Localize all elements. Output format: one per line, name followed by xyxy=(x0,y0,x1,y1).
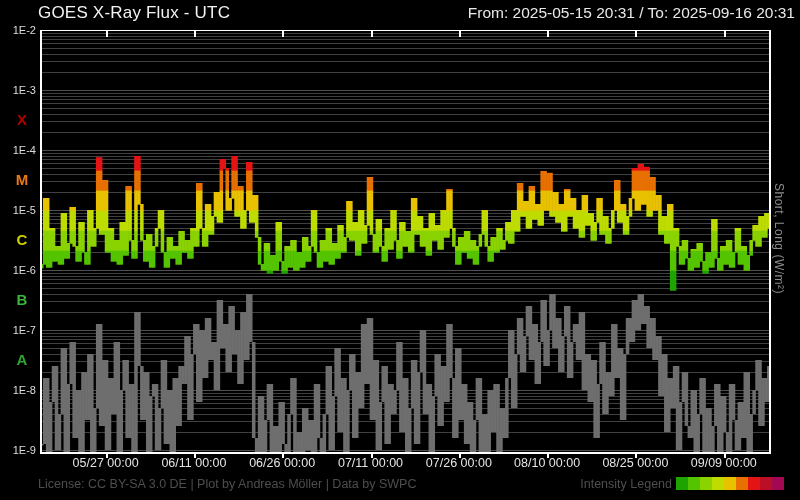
intensity-legend-swatch xyxy=(700,477,712,490)
class-label-m: M xyxy=(4,171,40,188)
x-tick-label: 05/27 00:00 xyxy=(61,456,151,470)
y-tick-label: 1E-3 xyxy=(0,84,36,96)
class-label-c: C xyxy=(4,231,40,248)
flux-chart-canvas xyxy=(0,0,800,500)
intensity-legend-swatch xyxy=(712,477,724,490)
x-tick-label: 06/26 00:00 xyxy=(237,456,327,470)
y-tick-label: 1E-8 xyxy=(0,384,36,396)
intensity-legend-swatch xyxy=(724,477,736,490)
goes-xray-flux-page: GOES X-Ray Flux - UTC From: 2025-05-15 2… xyxy=(0,0,800,500)
right-axis-label: Short, Long (W/m²) xyxy=(772,183,786,294)
y-tick-label: 1E-6 xyxy=(0,264,36,276)
intensity-legend-label: Intensity Legend xyxy=(560,477,672,491)
date-range: From: 2025-05-15 20:31 / To: 2025-09-16 … xyxy=(468,4,795,22)
intensity-legend-swatch xyxy=(760,477,772,490)
class-label-x: X xyxy=(4,111,40,128)
class-label-b: B xyxy=(4,291,40,308)
intensity-legend-swatch xyxy=(772,477,784,490)
intensity-legend-swatches xyxy=(676,477,784,490)
intensity-legend-swatch xyxy=(688,477,700,490)
intensity-legend-swatch xyxy=(748,477,760,490)
class-label-a: A xyxy=(4,351,40,368)
y-tick-label: 1E-5 xyxy=(0,204,36,216)
x-tick-label: 07/26 00:00 xyxy=(414,456,504,470)
y-tick-label: 1E-2 xyxy=(0,24,36,36)
license-text: License: CC BY-SA 3.0 DE | Plot by Andre… xyxy=(38,477,416,491)
intensity-legend-swatch xyxy=(676,477,688,490)
x-tick-label: 09/09 00:00 xyxy=(679,456,769,470)
y-tick-label: 1E-7 xyxy=(0,324,36,336)
page-title: GOES X-Ray Flux - UTC xyxy=(38,3,230,23)
x-tick-label: 06/11 00:00 xyxy=(149,456,239,470)
y-tick-label: 1E-9 xyxy=(0,444,36,456)
x-tick-label: 08/10 00:00 xyxy=(502,456,592,470)
y-tick-label: 1E-4 xyxy=(0,144,36,156)
x-tick-label: 08/25 00:00 xyxy=(590,456,680,470)
intensity-legend-swatch xyxy=(736,477,748,490)
x-tick-label: 07/11 00:00 xyxy=(326,456,416,470)
